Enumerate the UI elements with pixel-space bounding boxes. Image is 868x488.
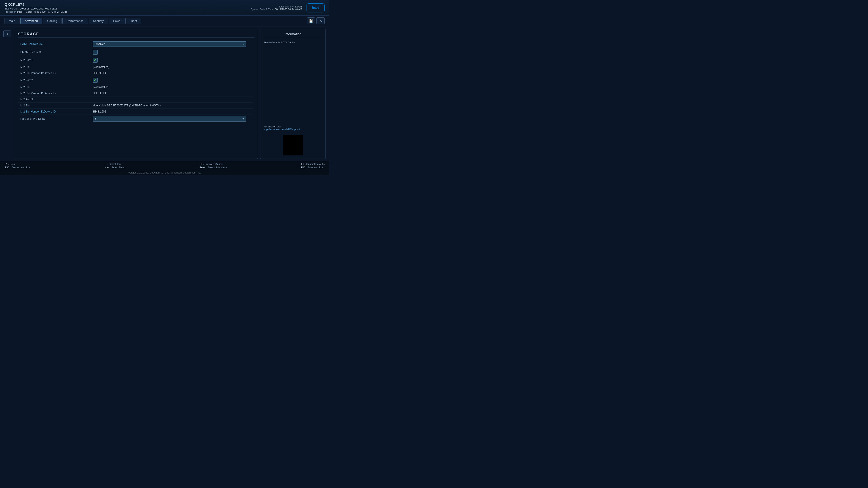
sata-controller-row[interactable]: SATA Controller(s) Disabled ▼ [18, 40, 253, 48]
m2-port1-row[interactable]: M.2 Port 1 [18, 56, 253, 64]
m2-port1-checkbox[interactable] [93, 58, 98, 63]
footer-f9: F9 - Optimal Defaults [301, 163, 324, 165]
smart-self-test-value[interactable] [93, 50, 246, 55]
hard-disk-delay-value[interactable]: 5 ▼ [93, 116, 246, 122]
save-button[interactable]: 💾 [307, 18, 315, 24]
m2-vendor3-label: M.2 Slot Vendor ID:Device ID [20, 110, 93, 113]
m2-vendor3-row: M.2 Slot Vendor ID:Device ID 1E4B:1602 [18, 109, 253, 115]
hard-disk-dropdown-arrow-icon: ▼ [242, 118, 244, 120]
lr-arrows-dash: - [110, 166, 112, 169]
m2-port2-row[interactable]: M.2 Port 2 [18, 76, 253, 84]
svg-rect-18 [285, 143, 286, 144]
svg-rect-45 [297, 144, 298, 145]
f10-key: F10 [301, 166, 305, 169]
m2-vendor1-value: FFFF:FFFF [93, 72, 246, 75]
header: QXCFL579 Bios Version: QXCFL579.0072.202… [0, 0, 329, 15]
m2-port3-label: M.2 Port 3 [20, 98, 93, 101]
support-url: http://www.intel.com/NUCsupport [264, 128, 300, 131]
f9-key: F9 [301, 163, 304, 165]
hard-disk-delay-dropdown[interactable]: 5 ▼ [93, 116, 246, 122]
hard-disk-delay-row[interactable]: Hard Disk Pre-Delay 5 ▼ [18, 115, 253, 123]
m2-slot3-row: M.2 Slot aigo NVMe SSD P7000Z 2TB (2.0 T… [18, 103, 253, 109]
sys-info: Total Memory: 32 GB System Date & Time: … [251, 5, 302, 11]
svg-rect-11 [292, 136, 293, 137]
svg-rect-31 [291, 147, 291, 147]
close-button[interactable]: ✕ [316, 18, 324, 24]
memory-row: Total Memory: 32 GB [251, 5, 302, 8]
bios-value: QXCFL579.0072.2023.0418.1511 [20, 7, 57, 10]
footer-f1: F1 - Help [4, 163, 30, 165]
nav-bar: Main Advanced Cooling Performance Securi… [0, 15, 329, 26]
info-panel-description: Enable/Disable SATA Device. [264, 41, 322, 44]
m2-slot1-row: M.2 Slot [Not Installed] [18, 64, 253, 70]
f3-key: F3 [199, 163, 203, 165]
svg-rect-54 [297, 153, 298, 153]
smart-self-test-button[interactable] [93, 50, 98, 55]
time-value: 04:54:40 AM [288, 8, 302, 11]
svg-rect-27 [296, 143, 297, 144]
m2-vendor2-label: M.2 Slot Vendor ID:Device ID [20, 92, 93, 95]
tab-security[interactable]: Security [89, 18, 108, 24]
smart-self-test-row[interactable]: SMART Self Test [18, 48, 253, 56]
m2-vendor3-value: 1E4B:1602 [93, 110, 246, 113]
m2-port3-row: M.2 Port 3 [18, 96, 253, 103]
footer-f10: F10 - Save and Exit [301, 166, 324, 169]
m2-port2-value[interactable] [93, 78, 246, 83]
svg-rect-47 [299, 146, 300, 147]
m2-port1-label: M.2 Port 1 [20, 59, 93, 62]
arrows-action: Select Item [109, 163, 121, 165]
bios-label: Bios Version: [4, 7, 19, 10]
f10-dash: - [306, 166, 308, 169]
m2-port2-checkbox[interactable] [93, 78, 98, 83]
svg-rect-24 [291, 143, 291, 144]
hard-disk-delay-label: Hard Disk Pre-Delay [20, 117, 93, 121]
m2-vendor2-value: FFFF:FFFF [93, 92, 246, 95]
svg-rect-28 [291, 144, 291, 145]
footer-f3: F3 - Previous Values [199, 163, 227, 165]
footer-col-3: F3 - Previous Values Enter - Select Sub-… [199, 163, 227, 169]
svg-rect-12 [294, 136, 295, 137]
tab-main[interactable]: Main [4, 18, 20, 24]
m2-slot3-value: aigo NVMe SSD P7000Z 2TB (2.0 TB-PCIe x4… [93, 104, 246, 107]
f10-action: Save and Exit [308, 166, 323, 169]
lr-arrows-action: Select Menu [112, 166, 125, 169]
footer-lr-arrows: →← - Select Menu [104, 166, 125, 169]
footer-enter: Enter - Select Sub-Menu [199, 166, 227, 169]
header-right: Total Memory: 32 GB System Date & Time: … [251, 3, 324, 12]
svg-rect-25 [292, 143, 293, 144]
svg-rect-26 [294, 143, 295, 144]
model-name: QXCFL579 [4, 3, 67, 7]
svg-rect-10 [291, 136, 291, 137]
f9-action: Optimal Defaults [306, 163, 324, 165]
svg-rect-34 [291, 148, 291, 149]
sata-controller-label: SATA Controller(s) [20, 42, 93, 46]
tab-advanced[interactable]: Advanced [20, 18, 42, 24]
svg-rect-22 [284, 147, 285, 147]
m2-port1-value[interactable] [93, 58, 246, 63]
dropdown-arrow-icon: ▼ [242, 43, 244, 45]
tab-power[interactable]: Power [109, 18, 126, 24]
storage-title: STORAGE [18, 32, 254, 38]
tab-boot[interactable]: Boot [127, 18, 141, 24]
sata-controller-dropdown[interactable]: Disabled ▼ [93, 41, 246, 47]
copyright-bar: Version 2.20.0050. Copyright (C) 2023 Am… [0, 170, 329, 175]
svg-rect-16 [292, 139, 293, 140]
svg-rect-29 [294, 144, 295, 145]
svg-rect-33 [296, 147, 297, 147]
svg-rect-52 [301, 149, 302, 150]
tab-performance[interactable]: Performance [62, 18, 88, 24]
m2-slot2-label: M.2 Slot [20, 86, 93, 89]
arrows-key: ↑↓ [104, 163, 107, 165]
arrows-dash: - [107, 163, 109, 165]
sata-controller-value[interactable]: Disabled ▼ [93, 41, 246, 47]
processor-label: Processor: [4, 10, 17, 13]
header-left: QXCFL579 Bios Version: QXCFL579.0072.202… [4, 3, 67, 13]
footer-esc: ESC - Discard and Exit [4, 166, 30, 169]
svg-rect-30 [296, 144, 297, 145]
copyright-text: Version 2.20.0050. Copyright (C) 2023 Am… [128, 171, 201, 174]
m2-slot3-label: M.2 Slot [20, 104, 93, 107]
tab-cooling[interactable]: Cooling [43, 18, 61, 24]
f9-dash: - [305, 163, 306, 165]
svg-rect-53 [299, 151, 300, 152]
back-button[interactable]: < [3, 31, 11, 37]
